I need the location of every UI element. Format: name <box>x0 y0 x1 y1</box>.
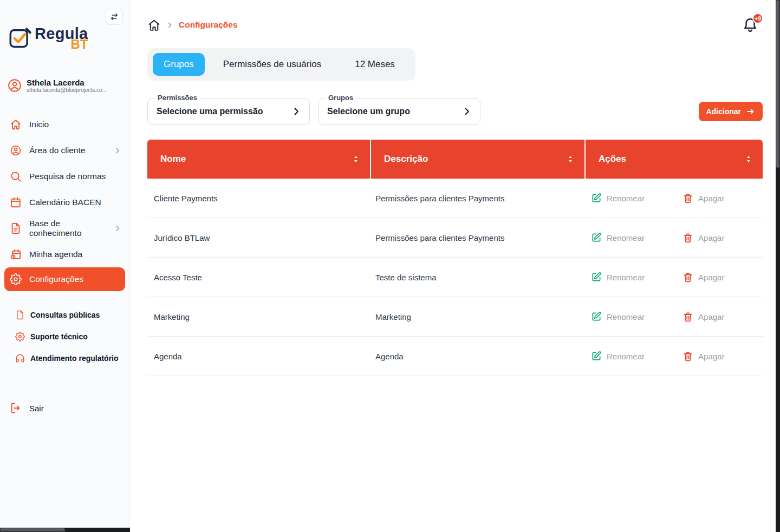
rename-button[interactable]: Renomear <box>591 311 645 322</box>
delete-button[interactable]: Apagar <box>682 232 724 243</box>
user-email: sthela.lacerda@blueprojects.co... <box>27 87 107 93</box>
rename-label: Renomear <box>607 233 645 242</box>
cell-nome: Acesso Teste <box>147 273 370 282</box>
sidebar-horizontal-scrollbar[interactable] <box>0 528 130 532</box>
tab-12-meses[interactable]: 12 Meses <box>340 53 410 76</box>
gear-icon <box>15 332 25 341</box>
sidebar-item-inicio[interactable]: Inicio <box>0 111 129 137</box>
delete-label: Apagar <box>698 312 724 321</box>
delete-button[interactable]: Apagar <box>682 311 724 322</box>
sidebar: Regula BT Sthela Lacerda sthela.lacerda@… <box>0 0 130 532</box>
column-label: Nome <box>160 154 186 165</box>
rename-button[interactable]: Renomear <box>591 232 645 243</box>
delete-button[interactable]: Apagar <box>682 272 724 283</box>
document-icon <box>10 222 22 234</box>
delete-button[interactable]: Apagar <box>682 351 724 362</box>
rename-label: Renomear <box>607 273 645 282</box>
sidebar-item-base-de-conhecimento[interactable]: Base de conhecimento <box>0 215 129 241</box>
sidebar-item-label: Calendário BACEN <box>29 198 101 207</box>
rename-label: Renomear <box>607 312 645 321</box>
tab-grupos[interactable]: Grupos <box>153 53 205 76</box>
sort-icon[interactable] <box>744 155 753 163</box>
cell-acoes: Renomear Apagar <box>584 193 763 203</box>
chevron-right-icon <box>291 106 302 117</box>
tabs: Grupos Permissões de usuários 12 Meses <box>147 48 415 81</box>
logo-check-icon <box>9 26 32 50</box>
column-header-nome[interactable]: Nome <box>147 140 370 179</box>
breadcrumb-home-icon[interactable] <box>147 18 161 32</box>
notifications-button[interactable]: +9 <box>742 16 759 34</box>
delete-label: Apagar <box>698 194 724 203</box>
sidebar-item-label: Área do cliente <box>29 146 85 155</box>
home-icon <box>10 119 22 130</box>
chevron-right-icon <box>113 146 122 155</box>
logout-icon <box>10 402 22 414</box>
table-row: Agenda Agenda Renomear Apagar <box>147 337 763 376</box>
chevron-right-icon <box>166 21 174 29</box>
logout-button[interactable]: Sair <box>0 395 129 421</box>
app-window: Regula BT Sthela Lacerda sthela.lacerda@… <box>0 0 780 532</box>
cell-nome: Agenda <box>147 352 370 361</box>
group-select[interactable]: Grupos Selecione um grupo <box>318 98 480 125</box>
app-logo: Regula BT <box>9 26 122 51</box>
sidebar-item-calendario-bacen[interactable]: Calendário BACEN <box>0 189 129 215</box>
cell-nome: Marketing <box>147 312 370 321</box>
rename-button[interactable]: Renomear <box>591 193 645 203</box>
logout-label: Sair <box>29 404 44 413</box>
sidebar-item-area-do-cliente[interactable]: Área do cliente <box>0 137 129 163</box>
group-select-label: Grupos <box>326 94 356 102</box>
trash-icon <box>682 311 693 322</box>
cell-acoes: Renomear Apagar <box>584 232 763 243</box>
add-button[interactable]: Adicionar <box>699 102 763 121</box>
sidebar-subitem-label: Atendimento regulatório <box>30 354 119 363</box>
sidebar-collapse-button[interactable] <box>106 9 123 25</box>
chevron-right-icon <box>113 224 122 233</box>
trash-icon <box>682 272 693 283</box>
filters-row: Permissões Selecione uma permissão Grupo… <box>147 98 763 125</box>
sidebar-item-pesquisa-de-normas[interactable]: Pesquisa de normas <box>0 163 129 189</box>
sidebar-item-configuracoes[interactable]: Configurações <box>4 267 125 291</box>
sidebar-subitem-label: Suporte técnico <box>30 332 88 341</box>
rename-button[interactable]: Renomear <box>591 272 645 283</box>
column-header-acoes[interactable]: Ações <box>584 140 763 179</box>
cell-acoes: Renomear Apagar <box>584 272 763 283</box>
page-vertical-scrollbar[interactable] <box>776 0 780 532</box>
calendar-icon <box>10 196 22 208</box>
sort-icon[interactable] <box>352 155 360 163</box>
group-select-value: Selecione um grupo <box>327 107 410 116</box>
sort-icon[interactable] <box>566 155 575 163</box>
delete-label: Apagar <box>698 233 724 242</box>
user-text: Sthela Lacerda sthela.lacerda@blueprojec… <box>27 78 107 93</box>
sidebar-nav: Inicio Área do cliente Pesquisa de norma… <box>0 111 129 291</box>
chevron-right-icon <box>461 106 472 117</box>
sidebar-item-label: Base de conhecimento <box>29 219 106 238</box>
rename-button[interactable]: Renomear <box>591 351 645 362</box>
cell-descricao: Teste de sistema <box>370 273 584 282</box>
edit-icon <box>591 311 602 322</box>
table-header: Nome Descrição Ações <box>147 140 763 179</box>
trash-icon <box>682 351 693 362</box>
permission-select[interactable]: Permissões Selecione uma permissão <box>147 98 310 125</box>
scrollbar-thumb[interactable] <box>0 528 65 531</box>
tab-permissoes-de-usuarios[interactable]: Permissões de usuários <box>208 53 336 76</box>
avatar-icon <box>8 78 22 93</box>
sidebar-item-label: Minha agenda <box>29 249 82 259</box>
edit-icon <box>591 351 602 362</box>
table-row: Acesso Teste Teste de sistema Renomear A… <box>147 258 763 297</box>
sidebar-item-minha-agenda[interactable]: Minha agenda <box>0 241 129 267</box>
main-content: Configurações +9 Grupos Permissões de us… <box>130 0 780 532</box>
column-label: Ações <box>599 154 626 165</box>
column-label: Descrição <box>384 154 428 165</box>
sidebar-subitem-consultas-publicas[interactable]: Consultas públicas <box>0 304 129 326</box>
sidebar-subnav: Consultas públicas Suporte técnico Atend… <box>0 304 129 369</box>
arrow-right-icon <box>746 107 756 116</box>
delete-button[interactable]: Apagar <box>682 193 724 203</box>
scrollbar-thumb[interactable] <box>776 0 779 168</box>
permission-select-label: Permissões <box>155 94 200 102</box>
breadcrumb-bar: Configurações +9 <box>147 15 763 35</box>
column-header-descricao[interactable]: Descrição <box>370 140 584 179</box>
sidebar-subitem-suporte-tecnico[interactable]: Suporte técnico <box>0 326 129 347</box>
logo-text: Regula BT <box>35 26 88 51</box>
delete-label: Apagar <box>698 273 724 282</box>
sidebar-subitem-atendimento-regulatorio[interactable]: Atendimento regulatório <box>0 347 129 369</box>
